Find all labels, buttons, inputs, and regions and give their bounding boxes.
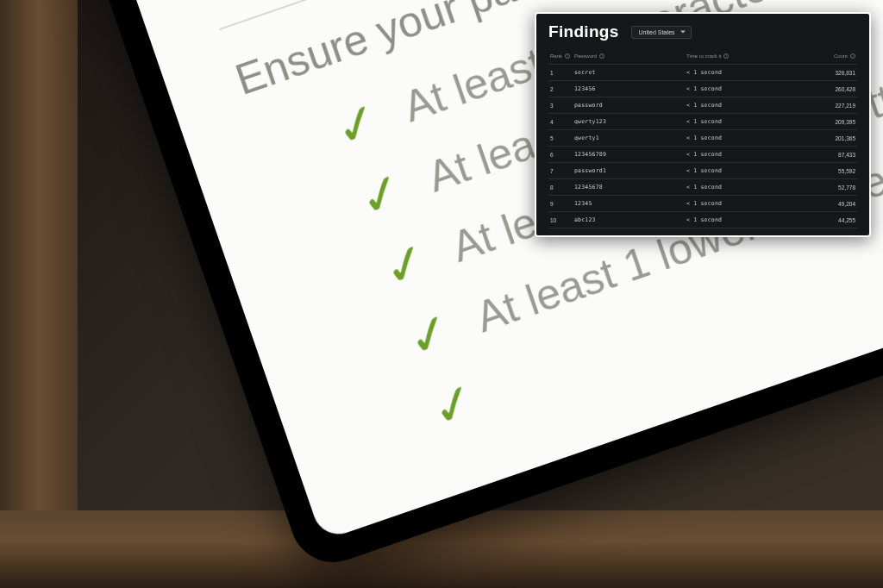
check-icon: ✓	[401, 303, 459, 366]
cell-time: < 1 second	[685, 212, 805, 228]
cell-count: 201,365	[805, 130, 857, 147]
cell-count: 227,219	[805, 97, 857, 114]
cell-rank: 10	[548, 212, 573, 228]
col-header-label: Time to crack it	[686, 53, 721, 59]
col-header-password[interactable]: Password	[573, 50, 685, 65]
cell-time: < 1 second	[685, 81, 805, 97]
col-header-time[interactable]: Time to crack it	[685, 50, 805, 65]
findings-header: Findings United States	[548, 22, 857, 41]
table-row[interactable]: 912345< 1 second49,204	[548, 196, 857, 212]
col-header-label: Count	[834, 53, 848, 59]
check-icon: ✓	[329, 94, 386, 157]
cell-rank: 4	[548, 114, 573, 130]
cell-rank: 7	[548, 163, 573, 179]
cell-password: 12345678	[573, 179, 685, 196]
cell-time: < 1 second	[685, 114, 805, 130]
cell-count: 44,255	[805, 212, 857, 228]
cell-time: < 1 second	[685, 65, 805, 81]
cell-password: qwerty123	[573, 114, 685, 130]
cell-rank: 3	[548, 97, 573, 114]
findings-panel: Findings United States Rank Password Tim…	[535, 12, 871, 237]
table-row[interactable]: 7password1< 1 second55,592	[548, 163, 857, 179]
cell-rank: 9	[548, 196, 573, 212]
cell-time: < 1 second	[685, 196, 805, 212]
cell-password: 12345	[573, 196, 685, 212]
cell-count: 49,204	[805, 196, 857, 212]
table-row[interactable]: 4qwerty123< 1 second209,395	[548, 114, 857, 130]
info-icon[interactable]	[723, 53, 729, 59]
cell-password: 123456	[573, 81, 685, 97]
cell-password: secret	[573, 65, 685, 81]
info-icon[interactable]	[599, 53, 604, 59]
country-select[interactable]: United States	[631, 26, 692, 39]
check-icon: ✓	[353, 164, 410, 227]
info-icon[interactable]	[850, 53, 855, 59]
cell-password: password1	[573, 163, 685, 179]
findings-table: Rank Password Time to crack it Count 1se…	[548, 50, 857, 228]
cell-rank: 8	[548, 179, 573, 196]
info-icon[interactable]	[565, 53, 570, 59]
cell-password: qwerty1	[573, 130, 685, 147]
cell-password: password	[573, 97, 685, 114]
cell-count: 209,395	[805, 114, 857, 130]
cell-count: 87,433	[805, 147, 857, 163]
cell-rank: 2	[548, 81, 573, 97]
cell-time: < 1 second	[685, 147, 805, 163]
wood-texture-left	[0, 0, 78, 588]
col-header-count[interactable]: Count	[805, 50, 857, 65]
col-header-rank[interactable]: Rank	[548, 50, 573, 65]
country-selected-value: United States	[639, 29, 675, 35]
cell-time: < 1 second	[685, 130, 805, 147]
findings-title: Findings	[548, 22, 619, 41]
table-row[interactable]: 6123456789< 1 second87,433	[548, 147, 857, 163]
cell-time: < 1 second	[685, 163, 805, 179]
check-icon: ✓	[377, 234, 435, 297]
table-row[interactable]: 812345678< 1 second52,778	[548, 179, 857, 196]
cell-rank: 1	[548, 65, 573, 81]
table-row[interactable]: 10abc123< 1 second44,255	[548, 212, 857, 228]
cell-rank: 5	[548, 130, 573, 147]
col-header-label: Rank	[550, 53, 562, 59]
table-row[interactable]: 3password< 1 second227,219	[548, 97, 857, 114]
cell-rank: 6	[548, 147, 573, 163]
cell-password: abc123	[573, 212, 685, 228]
check-icon: ✓	[425, 374, 483, 437]
table-row[interactable]: 5qwerty1< 1 second201,365	[548, 130, 857, 147]
cell-password: 123456789	[573, 147, 685, 163]
table-row[interactable]: 1secret< 1 second328,831	[548, 65, 857, 81]
table-row[interactable]: 2123456< 1 second260,428	[548, 81, 857, 97]
cell-count: 328,831	[805, 65, 857, 81]
cell-time: < 1 second	[685, 179, 805, 196]
cell-count: 55,592	[805, 163, 857, 179]
col-header-label: Password	[574, 53, 597, 59]
cell-time: < 1 second	[685, 97, 805, 114]
cell-count: 260,428	[805, 81, 857, 97]
cell-count: 52,778	[805, 179, 857, 196]
